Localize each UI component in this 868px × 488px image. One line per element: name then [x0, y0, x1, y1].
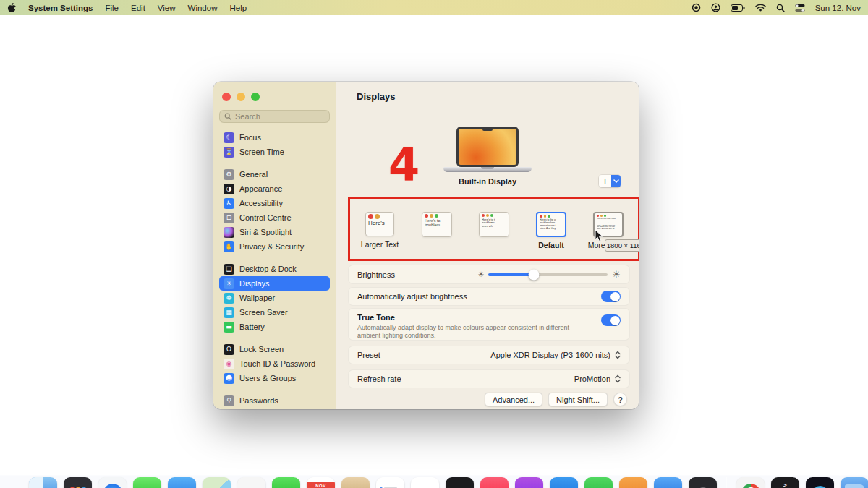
dock-reminders-icon[interactable] — [376, 477, 404, 488]
dock-numbers-icon[interactable] — [584, 477, 613, 488]
annotation-number: 4 — [388, 138, 420, 191]
screen-recording-icon[interactable] — [692, 3, 701, 12]
dock-contacts-icon[interactable] — [341, 477, 370, 488]
spotlight-search-icon[interactable] — [776, 4, 785, 12]
menubar-date[interactable]: Sun 12. Nov — [815, 4, 861, 12]
auto-brightness-toggle[interactable] — [601, 291, 621, 302]
sidebar-item-desktop-dock[interactable]: ❑ Desktop & Dock — [219, 262, 330, 276]
dock-podcasts-icon[interactable] — [515, 477, 543, 488]
minimize-button[interactable] — [237, 93, 245, 101]
menu-view[interactable]: View — [158, 4, 176, 12]
sidebar-item-siri-spotlight[interactable]: Siri & Spotlight — [219, 225, 330, 239]
close-button[interactable] — [222, 93, 231, 101]
resolution-tooltip: 1800 × 1169 — [605, 239, 639, 252]
menubar-app-name[interactable]: System Settings — [28, 4, 93, 12]
dock-terminal-icon[interactable]: >_ — [771, 477, 799, 488]
sidebar-item-control-centre[interactable]: ⊟ Control Centre — [219, 210, 330, 225]
night-shift-button[interactable]: Night Shift... — [548, 393, 608, 406]
thumbs-up-icon[interactable] — [780, 461, 797, 478]
battery-green-icon: ▬ — [224, 322, 234, 333]
plus-icon[interactable]: + — [599, 175, 611, 187]
laptop-base — [443, 167, 532, 172]
toggles-icon: ⊟ — [224, 213, 234, 223]
hourglass-icon: ⌛ — [224, 147, 234, 158]
sidebar-item-focus[interactable]: ☾ Focus — [219, 130, 330, 145]
brightness-bright-icon: ☀ — [612, 269, 621, 280]
add-display-button[interactable]: + — [599, 175, 621, 187]
sidebar-item-passwords[interactable]: ⚲ Passwords — [219, 393, 330, 408]
dock-finder-icon[interactable] — [29, 477, 57, 488]
sidebar-item-accessibility[interactable]: ♿ Accessibility — [219, 196, 330, 210]
scale-option-default[interactable]: Here's to the cr troublemakers ones who … — [529, 212, 574, 249]
menu-window[interactable]: Window — [188, 4, 218, 12]
dock-photos-icon[interactable] — [237, 477, 265, 488]
window-controls — [219, 89, 330, 110]
scale-option-larger-text[interactable]: Here's Larger Text — [357, 212, 402, 249]
sidebar-item-general[interactable]: ⚙ General — [219, 167, 330, 181]
screensaver-icon: ▦ — [224, 307, 234, 318]
advanced-button[interactable]: Advanced... — [485, 393, 542, 406]
sidebar-item-displays[interactable]: ☀ Displays — [219, 276, 330, 291]
dock-tv-icon[interactable]: tv — [446, 477, 474, 488]
menu-edit[interactable]: Edit — [131, 4, 145, 12]
menu-file[interactable]: File — [105, 4, 119, 12]
dock-calendar-icon[interactable]: NOV 12 — [307, 477, 335, 488]
sidebar-item-privacy-security[interactable]: ✋ Privacy & Security — [219, 239, 330, 254]
dock-photo-booth-icon[interactable] — [689, 477, 717, 488]
dock-chrome-icon[interactable] — [736, 477, 765, 488]
dock-music-icon[interactable]: ♪ — [480, 477, 509, 488]
chevron-down-icon[interactable] — [611, 175, 621, 187]
siri-icon — [224, 227, 234, 238]
settings-sidebar: Search ☾ Focus ⌛ Screen Time ⚙ General — [213, 82, 336, 409]
control-center-icon[interactable] — [795, 4, 805, 12]
dock-safari-icon[interactable] — [98, 477, 127, 488]
sidebar-item-users-groups[interactable]: ☻ Users & Groups — [219, 371, 330, 385]
dock-mail-icon[interactable] — [168, 477, 196, 488]
sidebar-item-screen-saver[interactable]: ▦ Screen Saver — [219, 305, 330, 320]
laptop-notch — [482, 129, 493, 131]
dock-downloads-icon[interactable] — [841, 477, 868, 488]
thumbs-down-icon[interactable] — [809, 461, 826, 478]
sidebar-label: Displays — [239, 279, 270, 288]
zoom-button[interactable] — [251, 93, 260, 101]
true-tone-toggle[interactable] — [601, 314, 621, 326]
dock-pages-icon[interactable]: ✎ — [619, 477, 647, 488]
sidebar-item-touch-id[interactable]: ◉ Touch ID & Password — [219, 356, 330, 371]
sidebar-partial-item — [219, 408, 330, 409]
menu-help[interactable]: Help — [229, 4, 247, 12]
sidebar-label: Passwords — [239, 396, 278, 405]
dock-xcode-icon[interactable]: ⚒ — [654, 477, 682, 488]
brightness-slider[interactable]: ☀ ☀ — [477, 269, 621, 280]
sidebar-item-lock-screen[interactable]: Ω Lock Screen — [219, 342, 330, 356]
refresh-rate-label: Refresh rate — [357, 374, 401, 383]
sidebar-item-appearance[interactable]: ◑ Appearance — [219, 181, 330, 196]
dock: NOV 12 tv ♪ ✎ ⚒ >_ — [0, 475, 868, 488]
menu-bar: System Settings File Edit View Window He… — [0, 0, 868, 15]
search-placeholder: Search — [235, 112, 260, 121]
sidebar-label: Desktop & Dock — [239, 265, 297, 273]
dock-launchpad-icon[interactable] — [64, 477, 92, 488]
search-input[interactable]: Search — [219, 110, 330, 123]
sidebar-label: Control Centre — [239, 213, 292, 222]
wifi-icon[interactable] — [755, 4, 766, 12]
user-account-icon[interactable] — [711, 3, 720, 12]
help-button[interactable]: ? — [613, 393, 627, 406]
dock-maps-icon[interactable] — [203, 477, 231, 488]
comment-icon[interactable] — [838, 461, 855, 478]
battery-icon[interactable] — [731, 4, 745, 12]
preset-value: Apple XDR Display (P3-1600 nits) — [490, 351, 610, 359]
sidebar-label: Battery — [239, 322, 265, 331]
sidebar-item-battery[interactable]: ▬ Battery — [219, 320, 330, 334]
apple-menu-icon[interactable] — [7, 3, 16, 13]
preset-stepper-icon[interactable] — [615, 351, 621, 359]
brightness-slider-knob[interactable] — [529, 269, 540, 280]
dock-messages-icon[interactable] — [133, 477, 161, 488]
sidebar-item-wallpaper[interactable]: ❁ Wallpaper — [219, 291, 330, 305]
dock-keynote-icon[interactable] — [550, 477, 578, 488]
sidebar-item-screen-time[interactable]: ⌛ Screen Time — [219, 145, 330, 159]
dock-pycharm-icon[interactable] — [806, 477, 834, 488]
display-name-label: Built-in Display — [459, 177, 516, 186]
dock-notes-icon[interactable] — [411, 477, 439, 488]
dock-facetime-icon[interactable] — [272, 477, 300, 488]
refresh-rate-stepper-icon[interactable] — [615, 374, 621, 383]
